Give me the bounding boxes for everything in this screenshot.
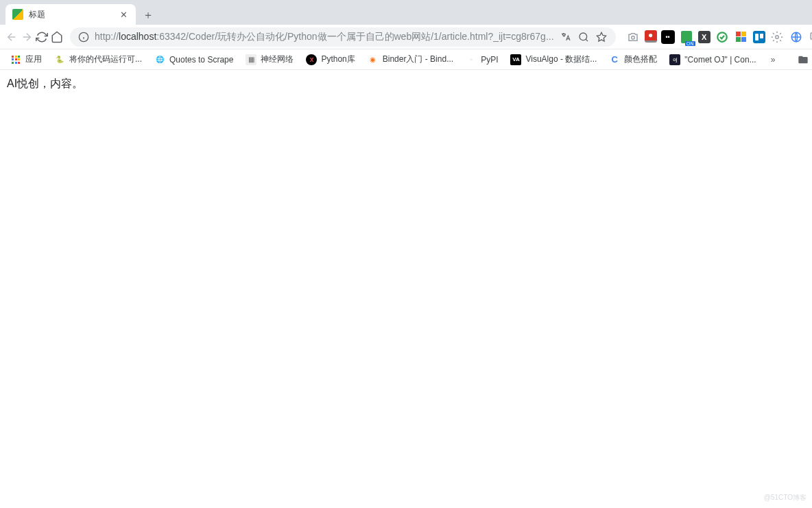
bookmark-item-0[interactable]: 🐍将你的代码运行可... — [49, 51, 147, 67]
bookmark-favicon-icon: x — [306, 54, 317, 65]
bookmark-favicon-icon: ▦ — [246, 54, 256, 65]
tab-favicon-icon — [12, 9, 23, 20]
bookmark-item-4[interactable]: ◉Binder入门 - Bind... — [363, 51, 458, 67]
extension-flickr-icon[interactable]: •• — [661, 30, 675, 44]
bookmark-favicon-icon: 🐍 — [54, 54, 65, 65]
extension-sheets-icon[interactable]: ON — [679, 30, 694, 45]
new-tab-button[interactable]: ＋ — [139, 5, 158, 25]
bookmark-item-6[interactable]: VAVisuAlgo - 数据结... — [505, 51, 601, 67]
extension-x-icon[interactable]: X — [698, 31, 710, 43]
home-button[interactable] — [51, 27, 63, 47]
bookmark-item-3[interactable]: xPython库 — [301, 51, 359, 67]
extension-gear-icon[interactable] — [769, 30, 785, 45]
bookmarks-overflow-button[interactable]: » — [767, 55, 780, 65]
svg-marker-5 — [597, 32, 606, 41]
bookmarks-bar: 应用 🐍将你的代码运行可... 🌐Quotes to Scrape ▦神经网络 … — [0, 49, 812, 70]
reload-button[interactable] — [36, 27, 48, 47]
bookmark-item-7[interactable]: C颜色搭配 — [604, 51, 662, 67]
bookmark-favicon-icon: ▫ — [466, 54, 477, 65]
other-bookmarks-button[interactable]: 其他书签 — [793, 51, 812, 67]
bookmark-item-1[interactable]: 🌐Quotes to Scrape — [150, 52, 238, 67]
url-text: http://localhost:63342/Coder/玩转办公自动化/Pyt… — [95, 31, 554, 43]
tab-title: 标题 — [29, 9, 112, 21]
bookmark-favicon-icon: 🌐 — [154, 54, 165, 65]
bookmark-item-8[interactable]: oj"Comet OJ" | Con... — [665, 52, 761, 67]
extension-grid-icon[interactable] — [734, 30, 749, 45]
folder-icon — [798, 54, 809, 65]
zoom-icon[interactable] — [577, 31, 590, 43]
apps-bookmark[interactable]: 应用 — [5, 51, 47, 67]
watermark: @51CTO博客 — [764, 493, 807, 503]
close-icon[interactable]: ✕ — [118, 9, 129, 20]
svg-line-4 — [586, 39, 588, 41]
bookmark-label: Binder入门 - Bind... — [383, 54, 453, 65]
svg-point-6 — [631, 36, 634, 39]
bookmark-star-icon[interactable] — [595, 31, 608, 43]
bookmark-label: VisuAlgo - 数据结... — [525, 54, 597, 65]
bookmark-favicon-icon: ◉ — [368, 54, 379, 65]
svg-point-8 — [775, 35, 778, 38]
bookmark-label: 神经网络 — [261, 54, 294, 65]
svg-point-3 — [580, 33, 587, 41]
bookmark-item-5[interactable]: ▫PyPI — [461, 52, 503, 67]
page-text: AI悦创，内容。 — [7, 78, 83, 89]
page-body: AI悦创，内容。 — [0, 70, 812, 98]
bookmark-label: PyPI — [481, 55, 498, 65]
bookmark-item-2[interactable]: ▦神经网络 — [241, 51, 298, 67]
forward-button[interactable] — [21, 27, 33, 47]
bookmark-label: Python库 — [321, 54, 355, 65]
apps-label: 应用 — [25, 54, 42, 65]
translate-icon[interactable] — [560, 31, 572, 43]
bookmark-label: 颜色搭配 — [624, 54, 657, 65]
back-button[interactable] — [5, 27, 18, 47]
bookmark-favicon-icon: C — [609, 54, 620, 65]
extension-camera-icon[interactable] — [625, 30, 641, 45]
bookmark-label: Quotes to Scrape — [169, 55, 233, 65]
extension-trello-icon[interactable] — [753, 31, 765, 43]
tab-strip: 标题 ✕ ＋ — [0, 0, 812, 25]
extension-globe-icon[interactable] — [789, 30, 804, 45]
toolbar: http://localhost:63342/Coder/玩转办公自动化/Pyt… — [0, 25, 812, 49]
extension-monitor-icon[interactable] — [808, 30, 812, 45]
bookmark-label: 将你的代码运行可... — [69, 54, 142, 65]
address-bar[interactable]: http://localhost:63342/Coder/玩转办公自动化/Pyt… — [70, 27, 616, 47]
site-info-icon[interactable] — [78, 32, 89, 43]
extension-record-icon[interactable]: ● — [645, 30, 657, 43]
bookmark-favicon-icon: VA — [510, 54, 521, 65]
extensions-area: ● •• ON X — [623, 27, 812, 47]
browser-tab[interactable]: 标题 ✕ — [5, 4, 136, 25]
extension-check-icon[interactable] — [715, 30, 730, 45]
bookmark-favicon-icon: oj — [669, 54, 680, 65]
bookmark-label: "Comet OJ" | Con... — [684, 55, 756, 65]
